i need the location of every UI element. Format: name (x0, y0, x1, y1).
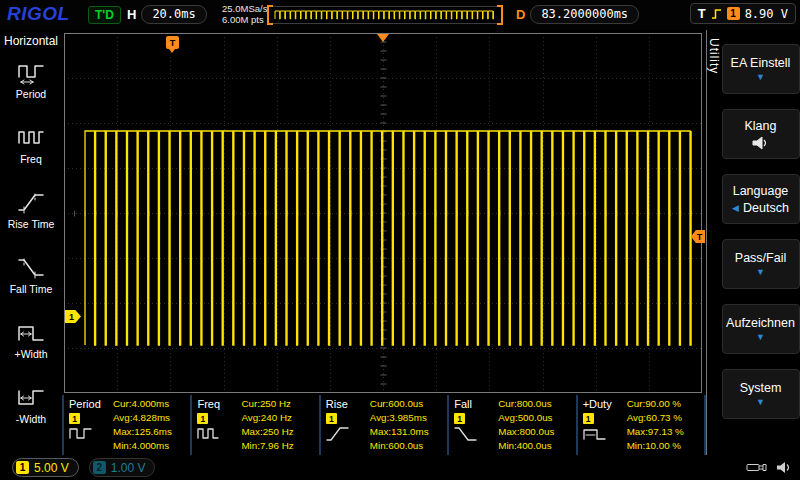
measurement-values: Cur:600.0us Avg:3.985ms Max:131.0ms Min:… (370, 398, 443, 453)
stat-min: Min:600.0us (370, 441, 443, 452)
stat-avg: Avg:60.73 % (627, 413, 700, 424)
stat-min: Min:10.00 % (627, 441, 700, 452)
channel2-control[interactable]: 2 1.00 V (89, 458, 156, 477)
measurement-panel-freq[interactable]: Freq 1 Cur:250 Hz Avg:240 Hz Max:250 Hz … (192, 395, 320, 455)
chevron-down-icon: ▼ (756, 268, 765, 277)
channel1-badge: 1 (16, 461, 29, 474)
menu-item-label: +Width (15, 348, 48, 360)
menu-button-ea-einstell[interactable]: EA Einstell ▼ (722, 44, 800, 94)
language-value-row: ◀ Deutsch (732, 201, 789, 215)
stat-min: Min:400.0us (498, 441, 571, 452)
fall-icon (454, 426, 478, 442)
memory-waveform-preview (268, 6, 502, 24)
trigger-slope-icon (711, 8, 722, 20)
button-label: Aufzeichnen (726, 316, 795, 330)
measurement-panel-fall[interactable]: Fall 1 Cur:800.0us Avg:500.0us Max:800.0… (449, 395, 577, 455)
memory-depth-text: 6.00M pts (222, 15, 267, 26)
measurement-source-badge: 1 (69, 413, 80, 424)
stat-max: Max:131.0ms (370, 427, 443, 438)
stat-cur: Cur:600.0us (370, 399, 443, 410)
stat-cur: Cur:250 Hz (241, 399, 314, 410)
stat-max: Max:97.13 % (627, 427, 700, 438)
stat-avg: Avg:4.828ms (113, 413, 186, 424)
menu-item-label: -Width (16, 413, 46, 425)
chevron-down-icon: ▼ (756, 73, 765, 82)
graticule-waveform (64, 33, 702, 393)
measurement-source-badge: 1 (583, 413, 594, 424)
preview-left-bracket-icon (267, 5, 273, 25)
menu-button-aufzeichnen[interactable]: Aufzeichnen ▼ (722, 304, 800, 354)
menu-button-language[interactable]: Language ◀ Deutsch (722, 174, 800, 224)
measurement-values: Cur:250 Hz Avg:240 Hz Max:250 Hz Min:7.9… (241, 398, 314, 453)
rigol-logo: RIGOL (7, 3, 70, 25)
duty-icon (583, 426, 607, 442)
stat-avg: Avg:500.0us (498, 413, 571, 424)
channel2-scale: 1.00 V (111, 461, 146, 475)
plus-width-icon (17, 321, 45, 345)
measurement-panel-duty[interactable]: +Duty 1 Cur:90.00 % Avg:60.73 % Max:97.1… (578, 395, 706, 455)
right-soft-menu: Utility EA Einstell ▼ Klang Language ◀ D… (706, 30, 800, 455)
measurement-head: Period 1 (69, 398, 109, 453)
menu-item-plus-width[interactable]: +Width (0, 308, 62, 373)
language-value: Deutsch (743, 201, 789, 215)
measurement-values: Cur:800.0us Avg:500.0us Max:800.0us Min:… (498, 398, 571, 453)
measurement-name: Rise (326, 398, 348, 410)
trigger-position-triangle-icon[interactable] (377, 34, 389, 42)
measurement-values: Cur:4.000ms Avg:4.828ms Max:125.6ms Min:… (113, 398, 186, 453)
menu-item-rise-time[interactable]: Rise Time (0, 178, 62, 243)
stat-min: Min:7.96 Hz (241, 441, 314, 452)
measurement-panel-period[interactable]: Period 1 Cur:4.000ms Avg:4.828ms Max:125… (64, 395, 192, 455)
status-bar: RIGOL T'D H 20.0ms 25.0MSa/s 6.00M pts D… (0, 0, 800, 30)
button-label: Klang (745, 119, 777, 133)
menu-item-label: Rise Time (8, 218, 55, 230)
channel1-control[interactable]: 1 5.00 V (12, 458, 79, 477)
chevron-down-icon: ▼ (756, 398, 765, 407)
button-label: System (740, 381, 782, 395)
horizontal-label: H (127, 7, 136, 22)
measurement-head: Freq 1 (197, 398, 237, 453)
button-label: Pass/Fail (735, 251, 786, 265)
menu-item-label: Period (16, 88, 46, 100)
display-area: T T 1 (62, 30, 706, 395)
stat-min: Min:4.000ms (113, 441, 186, 452)
measurement-bar: Period 1 Cur:4.000ms Avg:4.828ms Max:125… (62, 395, 706, 455)
channel2-badge: 2 (93, 461, 106, 474)
trigger-readout-group[interactable]: T 1 8.90 V (690, 3, 796, 24)
stat-max: Max:250 Hz (241, 427, 314, 438)
measurement-name: Fall (454, 398, 472, 410)
measurement-panel-rise[interactable]: Rise 1 Cur:600.0us Avg:3.985ms Max:131.0… (321, 395, 449, 455)
measurement-head: +Duty 1 (583, 398, 623, 453)
channel1-scale: 5.00 V (34, 461, 69, 475)
channel-bar: 1 5.00 V 2 1.00 V (0, 455, 800, 480)
channel1-marker-label: 1 (69, 312, 74, 322)
menu-item-minus-width[interactable]: -Width (0, 373, 62, 438)
period-icon (17, 61, 45, 85)
menu-item-period[interactable]: Period (0, 48, 62, 113)
speaker-icon (776, 461, 792, 474)
horizontal-readout-group: H 20.0ms (127, 5, 207, 24)
trigger-flag-label: T (170, 38, 176, 48)
freq-icon (17, 126, 45, 150)
stat-avg: Avg:3.985ms (370, 413, 443, 424)
stat-max: Max:800.0us (498, 427, 571, 438)
menu-button-klang[interactable]: Klang (722, 109, 800, 159)
menu-button-pass-fail[interactable]: Pass/Fail ▼ (722, 239, 800, 289)
measurement-source-badge: 1 (326, 413, 337, 424)
measurement-head: Fall 1 (454, 398, 494, 453)
acquisition-info: 25.0MSa/s 6.00M pts (222, 4, 267, 26)
stat-avg: Avg:240 Hz (241, 413, 314, 424)
preview-waveform (272, 8, 500, 22)
menu-item-freq[interactable]: Freq (0, 113, 62, 178)
trigger-position-flag[interactable]: T (166, 36, 179, 49)
menu-button-system[interactable]: System ▼ (722, 369, 800, 419)
menu-item-fall-time[interactable]: Fall Time (0, 243, 62, 308)
usb-icon (746, 461, 768, 474)
period-icon (69, 426, 93, 442)
measurement-source-badge: 1 (454, 413, 465, 424)
delay-readout[interactable]: 83.2000000ms (530, 5, 639, 24)
chevron-down-icon: ▼ (756, 333, 765, 342)
button-label: Language (733, 184, 789, 198)
timebase-readout[interactable]: 20.0ms (141, 5, 206, 24)
menu-item-label: Fall Time (10, 283, 53, 295)
fall-time-icon (17, 256, 45, 280)
